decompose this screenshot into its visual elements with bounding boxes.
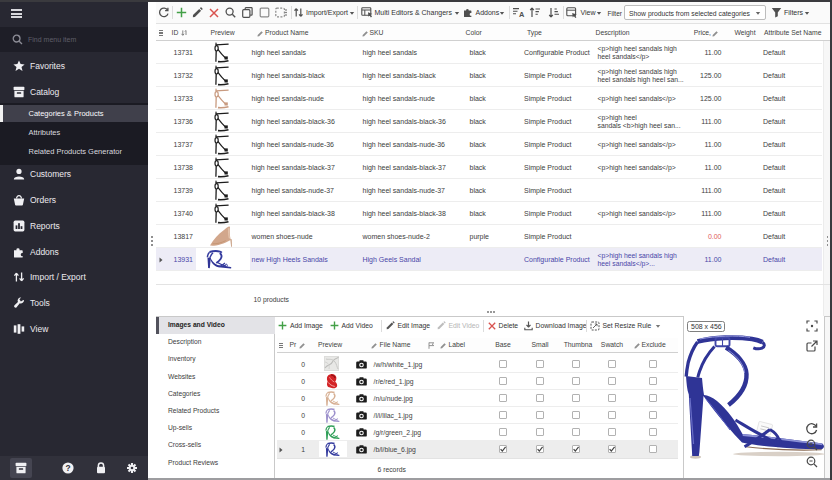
svg-text:?: ? bbox=[65, 463, 70, 473]
svg-text:A: A bbox=[519, 10, 525, 19]
